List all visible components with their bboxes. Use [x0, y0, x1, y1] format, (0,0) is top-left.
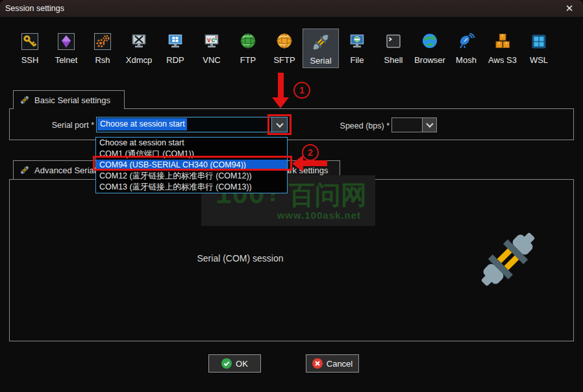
ftp-globe-icon	[239, 30, 257, 53]
step2-highlight-box	[93, 156, 292, 171]
rdp-monitor-icon	[166, 30, 184, 53]
chevron-down-icon	[426, 120, 433, 127]
dropdown-option[interactable]: Choose at session start	[96, 138, 287, 149]
serial-port-value: Choose at session start	[97, 118, 187, 130]
tile-label: RDP	[166, 55, 184, 65]
telnet-gem-icon	[57, 30, 75, 53]
tile-label: SFTP	[273, 55, 295, 65]
cancel-button[interactable]: Cancel	[306, 354, 359, 373]
plug-mini-icon	[19, 95, 30, 105]
tab-telnet[interactable]: Telnet	[48, 29, 84, 68]
vnc-monitor-icon: vc	[203, 30, 221, 53]
shell-terminal-icon	[384, 30, 403, 53]
step1-highlight-box	[267, 114, 292, 135]
step1-badge: 1	[293, 82, 310, 99]
step2-arrow-head	[292, 155, 303, 172]
step1-arrow-shaft	[278, 73, 284, 98]
cancel-x-icon	[312, 358, 323, 369]
ok-button-label: OK	[236, 359, 248, 369]
tile-label: Xdmcp	[126, 55, 152, 65]
tile-label: Mosh	[456, 55, 477, 65]
xdmcp-monitor-icon	[130, 30, 148, 53]
tab-mosh[interactable]: Mosh	[448, 29, 484, 68]
serial-port-label: Serial port *	[25, 121, 94, 130]
tab-label: Basic Serial settings	[34, 95, 110, 105]
sftp-globe-icon	[275, 30, 293, 53]
ok-button[interactable]: OK	[208, 354, 261, 373]
wsl-windows-icon	[530, 30, 548, 53]
tab-wsl[interactable]: WSL	[521, 29, 557, 68]
tab-ftp[interactable]: FTP	[230, 29, 266, 68]
tile-label: WSL	[530, 55, 548, 65]
speed-dropdown-button[interactable]	[422, 118, 436, 132]
tile-label: Telnet	[55, 55, 78, 65]
tile-label: Serial	[310, 56, 331, 66]
tab-shell[interactable]: Shell	[375, 29, 412, 68]
watermark-url: www.100ask.net	[277, 210, 361, 221]
file-monitor-icon	[348, 30, 366, 53]
tile-label: VNC	[203, 55, 220, 65]
ssh-key-icon	[21, 30, 39, 53]
tab-serial[interactable]: Serial	[303, 29, 339, 68]
tab-browser[interactable]: Browser	[412, 29, 448, 68]
close-icon[interactable]: ✕	[561, 1, 578, 16]
svg-text:c: c	[212, 36, 216, 43]
serial-port-combobox[interactable]: Choose at session start	[96, 117, 288, 132]
mosh-satellite-icon	[457, 30, 475, 53]
window-title: Session settings	[0, 4, 64, 13]
cancel-button-label: Cancel	[327, 359, 353, 369]
ok-check-icon	[221, 358, 232, 369]
plug-mini-icon	[19, 165, 30, 175]
tab-basic-serial-settings[interactable]: Basic Serial settings	[13, 90, 125, 109]
aws-s3-boxes-icon	[493, 30, 512, 53]
tab-vnc[interactable]: vc VNC	[193, 29, 230, 68]
tab-rdp[interactable]: RDP	[157, 29, 193, 68]
svg-text:v: v	[207, 36, 211, 43]
browser-globe-icon	[421, 30, 439, 53]
tab-xdmcp[interactable]: Xdmcp	[121, 29, 157, 68]
tab-sftp[interactable]: SFTP	[266, 29, 303, 68]
tile-label: FTP	[240, 55, 256, 65]
speed-combobox[interactable]	[391, 117, 437, 132]
tab-rsh[interactable]: Rsh	[84, 29, 121, 68]
tab-file[interactable]: File	[339, 29, 375, 68]
tile-label: Shell	[384, 55, 403, 65]
step2-badge: 2	[302, 144, 319, 161]
watermark-name: 百问网	[289, 178, 367, 212]
serial-plug-icon	[312, 31, 330, 54]
tile-label: SSH	[21, 55, 39, 65]
session-type-message: Serial (COM) session	[156, 253, 325, 263]
big-plug-icon	[477, 228, 539, 293]
rsh-gears-icon	[93, 30, 112, 53]
tile-label: Aws S3	[488, 55, 517, 65]
dropdown-option[interactable]: COM12 (蓝牙链接上的标准串行 (COM12))	[96, 171, 287, 182]
dropdown-option[interactable]: COM13 (蓝牙链接上的标准串行 (COM13))	[96, 182, 287, 193]
step2-arrow-shaft	[303, 160, 327, 166]
tile-label: Rsh	[95, 55, 110, 65]
speed-label: Speed (bps) *	[318, 121, 390, 130]
title-bar: Session settings ✕	[0, 0, 583, 17]
step1-arrow-head	[272, 97, 289, 108]
tile-label: Browser	[414, 55, 445, 65]
tab-aws-s3[interactable]: Aws S3	[484, 29, 521, 68]
tab-ssh[interactable]: SSH	[12, 29, 48, 68]
session-settings-dialog: Session settings ✕ SSH Telnet Rsh Xdmcp …	[0, 0, 583, 392]
tile-label: File	[351, 55, 364, 65]
